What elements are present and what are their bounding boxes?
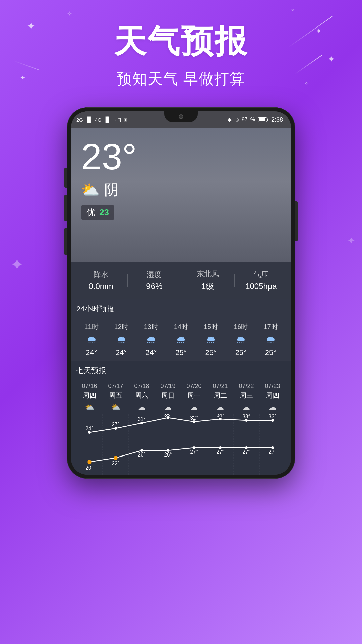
volume-down-button <box>64 195 67 221</box>
aq-label: 优 <box>86 207 95 218</box>
sparkle-8: · <box>40 94 41 99</box>
hour-item-2: 13时 🌧 24° <box>136 322 166 361</box>
phone-outer: 2G ▐▌ 4G ▐▌ ≈ ⇅ ⊞ ✱ ☽ 97% 2:38 <box>67 107 295 479</box>
hour-temp-0: 24° <box>76 348 106 357</box>
weather-condition: ⛅ 阴 <box>81 180 281 199</box>
svg-text:20°: 20° <box>85 465 93 471</box>
stat-pressure: 气压 1005hpa <box>235 270 288 291</box>
hour-icon-4: 🌧 <box>196 334 226 345</box>
stat-wind: 东北风 1级 <box>181 269 234 292</box>
hour-icon-5: 🌧 <box>226 334 256 345</box>
day-icon-1: ⛅ <box>103 403 129 412</box>
stat-value-0: 0.0mm <box>74 282 127 291</box>
air-quality-badge: 优 23 <box>81 205 114 220</box>
stat-humidity: 湿度 96% <box>128 270 181 291</box>
svg-text:33°: 33° <box>242 414 250 419</box>
svg-text:27°: 27° <box>112 422 119 427</box>
hour-item-4: 15时 🌧 25° <box>196 322 226 361</box>
stat-value-1: 96% <box>128 282 181 291</box>
day-col-0: 07/16 周四 ⛅ <box>76 383 103 414</box>
stat-value-2: 1级 <box>181 281 234 292</box>
hour-temp-6: 25° <box>256 348 286 357</box>
hour-icon-2: 🌧 <box>136 334 166 345</box>
phone-screen: 2G ▐▌ 4G ▐▌ ≈ ⇅ ⊞ ✱ ☽ 97% 2:38 <box>71 111 291 475</box>
header-area: 天气预报 预知天气 早做打算 <box>0 0 362 89</box>
high-dot-4 <box>193 420 195 423</box>
condition-text: 阴 <box>104 180 118 199</box>
hour-item-1: 12时 🌧 24° <box>106 322 136 361</box>
day-col-4: 07/20 周一 ☁ <box>181 383 207 414</box>
day-date-0: 07/16 <box>76 383 103 390</box>
hour-temp-4: 25° <box>196 348 226 357</box>
signal-bar-2: ▐▌ <box>104 117 111 123</box>
high-dot-0 <box>88 431 91 434</box>
cloud-icon: ⛅ <box>81 181 100 199</box>
high-dot-6 <box>245 419 248 422</box>
battery-cap <box>267 119 268 121</box>
day-icon-7: ☁ <box>259 403 286 412</box>
hour-item-5: 16时 🌧 25° <box>226 322 256 361</box>
svg-text:22°: 22° <box>112 461 119 466</box>
hour-item-3: 14时 🌧 25° <box>166 322 196 361</box>
day-col-2: 07/18 周六 ☁ <box>129 383 155 414</box>
battery-icon <box>258 117 267 122</box>
stat-value-3: 1005hpa <box>235 282 288 291</box>
sparkle-side-right: ✦ <box>347 235 355 247</box>
stat-label-3: 气压 <box>235 270 288 280</box>
moon-icon: ☽ <box>234 117 239 123</box>
day-icon-4: ☁ <box>181 403 207 412</box>
day-date-3: 07/19 <box>155 383 181 390</box>
svg-text:35°: 35° <box>164 414 172 418</box>
day-name-3: 周日 <box>155 391 181 400</box>
day-icon-5: ☁ <box>207 403 233 412</box>
hour-temp-1: 24° <box>106 348 136 357</box>
stat-label-0: 降水 <box>74 270 127 280</box>
high-dot-2 <box>140 422 143 424</box>
hour-label-0: 11时 <box>76 322 106 331</box>
aq-value: 23 <box>99 207 109 218</box>
hourly-row: 11时 🌧 24° 12时 🌧 24° 13时 🌧 24° <box>76 318 286 361</box>
side-button-left <box>64 228 67 255</box>
high-dot-5 <box>219 418 222 420</box>
front-camera <box>179 114 183 119</box>
svg-text:26°: 26° <box>164 452 172 458</box>
hour-icon-6: 🌧 <box>256 334 286 345</box>
day-name-1: 周五 <box>103 391 129 400</box>
hour-icon-1: 🌧 <box>106 334 136 345</box>
app-subtitle: 预知天气 早做打算 <box>0 69 362 89</box>
weather-main: 23° ⛅ 阴 优 23 <box>71 128 291 262</box>
stat-precipitation: 降水 0.0mm <box>74 270 127 291</box>
high-dot-7 <box>271 419 274 422</box>
day-col-3: 07/19 周日 ☁ <box>155 383 181 414</box>
hour-item-6: 17时 🌧 25° <box>256 322 286 361</box>
hourly-forecast-section: 24小时预报 11时 🌧 24° 12时 🌧 24° <box>71 299 291 361</box>
hour-label-5: 16时 <box>226 322 256 331</box>
hour-label-2: 13时 <box>136 322 166 331</box>
day-col-7: 07/23 周四 ☁ <box>259 383 286 414</box>
hour-icon-0: 🌧 <box>76 334 106 345</box>
day-date-6: 07/22 <box>233 383 259 390</box>
wifi-icon: ≈ <box>113 117 116 123</box>
day-name-7: 周四 <box>259 391 286 400</box>
day-date-2: 07/18 <box>129 383 155 390</box>
hour-temp-5: 25° <box>226 348 256 357</box>
phone-notch <box>164 111 198 122</box>
battery-percentage: 97 <box>242 117 248 123</box>
day-icon-3: ☁ <box>155 403 181 412</box>
svg-text:27°: 27° <box>268 449 276 455</box>
low-dot-0 <box>87 460 91 464</box>
day-col-6: 07/22 周三 ☁ <box>233 383 259 414</box>
signal-4g: 4G <box>95 117 102 123</box>
svg-text:27°: 27° <box>190 449 198 455</box>
signal-bar-1: ▐▌ <box>85 117 93 123</box>
signal-2g: 2G <box>76 117 83 123</box>
day-date-7: 07/23 <box>259 383 286 390</box>
day-date-1: 07/17 <box>103 383 129 390</box>
hour-icon-3: 🌧 <box>166 334 196 345</box>
hour-label-4: 15时 <box>196 322 226 331</box>
hour-label-3: 14时 <box>166 322 196 331</box>
stats-section: 降水 0.0mm 湿度 96% 东北风 1级 气压 <box>71 262 291 299</box>
day-name-2: 周六 <box>129 391 155 400</box>
weekly-header: 07/16 周四 ⛅ 07/17 周五 ⛅ 07/18 周六 ☁ <box>76 379 286 414</box>
day-name-5: 周二 <box>207 391 233 400</box>
